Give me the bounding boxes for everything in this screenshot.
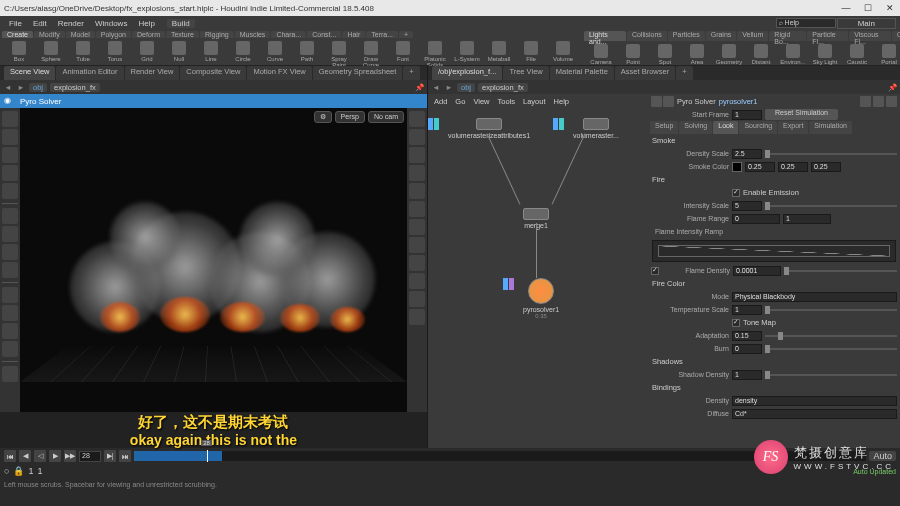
menu-edit[interactable]: Edit bbox=[28, 19, 52, 28]
help-search-input[interactable]: ⌕ Help bbox=[776, 18, 836, 28]
snap-point-icon[interactable] bbox=[2, 323, 18, 339]
flame-range-min-field[interactable]: 0 bbox=[732, 214, 780, 224]
snap-tool-icon[interactable] bbox=[2, 208, 18, 224]
pane-tab[interactable]: Scene View bbox=[4, 66, 55, 80]
pane-tab[interactable]: + bbox=[403, 66, 419, 80]
move-tool-icon[interactable] bbox=[2, 147, 18, 163]
network-view[interactable]: Add Go View Tools Layout Help volumerast… bbox=[428, 94, 648, 448]
shelf-tab[interactable]: Particle Fl... bbox=[807, 31, 848, 41]
shelf-tool[interactable]: Path bbox=[294, 41, 320, 68]
intensity-scale-field[interactable]: 5 bbox=[732, 201, 762, 211]
pane-tab[interactable]: Asset Browser bbox=[615, 66, 675, 80]
shelf-tab[interactable]: Create bbox=[2, 31, 33, 38]
burn-slider[interactable] bbox=[765, 348, 897, 350]
first-frame-button[interactable]: ⏮ bbox=[4, 450, 16, 462]
shelf-tool[interactable]: Null bbox=[166, 41, 192, 68]
param-tab[interactable]: Solving bbox=[679, 121, 712, 134]
pane-tab[interactable]: + bbox=[676, 66, 692, 80]
handle-tool-icon[interactable] bbox=[2, 129, 18, 145]
shelf-tab[interactable]: Oceans bbox=[892, 31, 900, 41]
ghost-icon[interactable] bbox=[409, 183, 425, 199]
pane-tab[interactable]: Material Palette bbox=[550, 66, 614, 80]
nav-back-icon[interactable]: ◄ bbox=[3, 83, 13, 92]
node-pyrosolver1[interactable]: pyrosolver1 0.35 bbox=[523, 278, 559, 319]
play-reverse-button[interactable]: ◁ bbox=[34, 450, 46, 462]
cog-icon[interactable]: ⚙ bbox=[314, 111, 332, 123]
shelf-tool[interactable]: Draw Curve bbox=[358, 41, 384, 68]
display-options-icon[interactable] bbox=[409, 111, 425, 127]
scale-tool-icon[interactable] bbox=[2, 183, 18, 199]
smoke-color-swatch[interactable] bbox=[732, 162, 742, 172]
timeline-track[interactable] bbox=[134, 451, 866, 461]
window-maximize-button[interactable]: ☐ bbox=[862, 3, 874, 13]
shelf-tab[interactable]: Collisions bbox=[627, 31, 667, 41]
mode-dropdown[interactable]: Physical Blackbody bbox=[732, 292, 897, 302]
breadcrumb-node[interactable]: explosion_fx bbox=[478, 83, 528, 92]
density-scale-field[interactable]: 2.5 bbox=[732, 149, 762, 159]
playhead[interactable] bbox=[207, 450, 208, 462]
shelf-tool[interactable]: Metaball bbox=[486, 41, 512, 68]
snap-multi-icon[interactable] bbox=[2, 341, 18, 357]
shelf-tab[interactable]: Texture bbox=[166, 31, 199, 38]
flame-density-field[interactable]: 0.0001 bbox=[733, 266, 781, 276]
key-toggle-button[interactable]: ○ bbox=[4, 466, 9, 476]
shelf-tab[interactable]: + bbox=[399, 31, 413, 38]
show-trails-icon[interactable] bbox=[409, 255, 425, 271]
pane-tab[interactable]: /obj/explosion_f... bbox=[432, 66, 502, 80]
wireframe-icon[interactable] bbox=[409, 165, 425, 181]
density-scale-slider[interactable] bbox=[765, 153, 897, 155]
diffuse-bind-field[interactable]: Cd* bbox=[732, 409, 897, 419]
shelf-tab[interactable]: Vellum bbox=[737, 31, 768, 41]
update-mode-label[interactable]: Auto Updated bbox=[853, 468, 896, 475]
shelf-tab[interactable]: Grains bbox=[706, 31, 737, 41]
shelf-tool[interactable]: Sphere bbox=[38, 41, 64, 68]
burn-field[interactable]: 0 bbox=[732, 344, 762, 354]
snap-curve-icon[interactable] bbox=[2, 305, 18, 321]
net-menu-view[interactable]: View bbox=[473, 97, 489, 106]
shelf-tab[interactable]: Const... bbox=[307, 31, 341, 38]
desktop-selector[interactable]: Build bbox=[167, 19, 195, 28]
start-frame-field[interactable]: 1 bbox=[732, 110, 762, 120]
tone-map-checkbox[interactable] bbox=[732, 319, 740, 327]
shadow-density-field[interactable]: 1 bbox=[732, 370, 762, 380]
param-tab[interactable]: Export bbox=[778, 121, 808, 134]
shelf-tool[interactable]: Font bbox=[390, 41, 416, 68]
menu-help[interactable]: Help bbox=[133, 19, 159, 28]
menu-file[interactable]: File bbox=[4, 19, 27, 28]
camera-menu-button[interactable]: No cam bbox=[368, 111, 404, 123]
shelf-tool[interactable]: Torus bbox=[102, 41, 128, 68]
shelf-tab[interactable]: Modify bbox=[34, 31, 65, 38]
smoke-color-r-field[interactable]: 0.25 bbox=[745, 162, 775, 172]
adaptation-slider[interactable] bbox=[765, 335, 897, 337]
window-close-button[interactable]: ✕ bbox=[884, 3, 896, 13]
net-menu-add[interactable]: Add bbox=[434, 97, 447, 106]
reset-sim-button[interactable]: Reset Simulation bbox=[765, 109, 838, 120]
rotate-tool-icon[interactable] bbox=[2, 165, 18, 181]
range-start2-field[interactable]: 1 bbox=[37, 466, 42, 476]
shelf-tool[interactable]: Volume bbox=[550, 41, 576, 68]
last-frame-button[interactable]: ⏭ bbox=[119, 450, 131, 462]
shelf-tab[interactable]: Model bbox=[66, 31, 95, 38]
shelf-tool[interactable]: Grid bbox=[134, 41, 160, 68]
breadcrumb-obj[interactable]: obj bbox=[29, 83, 47, 92]
temp-scale-field[interactable]: 1 bbox=[732, 305, 762, 315]
flame-density-checkbox[interactable] bbox=[651, 267, 659, 275]
grid-toggle-icon[interactable] bbox=[409, 273, 425, 289]
shelf-tool[interactable]: L-System bbox=[454, 41, 480, 68]
pane-tab[interactable]: Tree View bbox=[503, 66, 548, 80]
shelf-tool[interactable]: Spray Paint bbox=[326, 41, 352, 68]
nav-fwd-icon[interactable]: ► bbox=[444, 83, 454, 92]
shelf-tab[interactable]: Hair bbox=[342, 31, 365, 38]
smoke-color-b-field[interactable]: 0.25 bbox=[811, 162, 841, 172]
menu-windows[interactable]: Windows bbox=[90, 19, 132, 28]
density-bind-field[interactable]: density bbox=[732, 396, 897, 406]
enable-emission-checkbox[interactable] bbox=[732, 189, 740, 197]
shading-mode-icon[interactable] bbox=[409, 129, 425, 145]
shelf-tab[interactable]: Polygon bbox=[96, 31, 131, 38]
show-numbers-icon[interactable] bbox=[409, 237, 425, 253]
play-button[interactable]: ▶ bbox=[49, 450, 61, 462]
shelf-tab[interactable]: Particles bbox=[668, 31, 705, 41]
param-tab[interactable]: Setup bbox=[650, 121, 678, 134]
lock-icon[interactable]: 🔒 bbox=[13, 466, 24, 476]
render-region-icon[interactable] bbox=[2, 244, 18, 260]
